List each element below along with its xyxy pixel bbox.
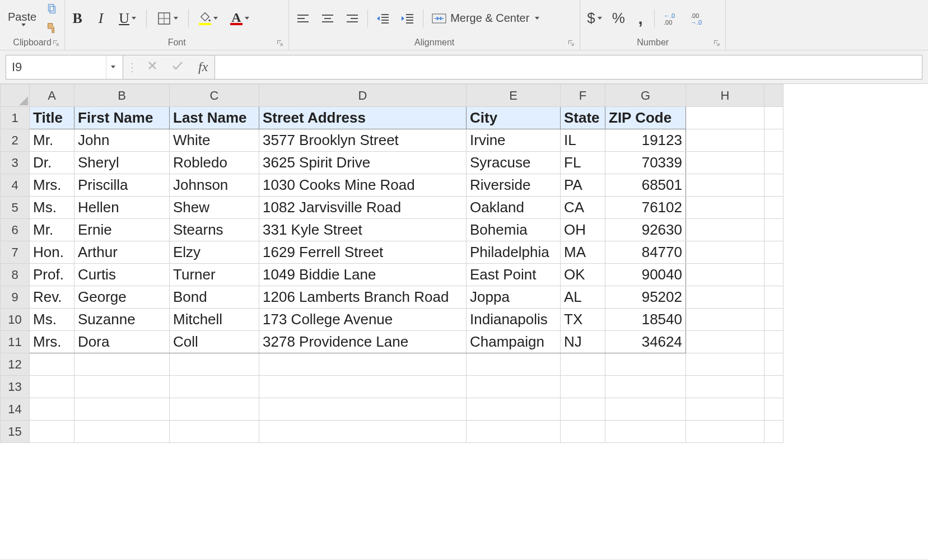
font-color-button[interactable]: A — [228, 10, 251, 27]
row-header-9[interactable]: 9 — [1, 286, 30, 309]
cell-street-address[interactable]: 1030 Cooks Mine Road — [259, 174, 467, 197]
cell-zip-code[interactable]: 68501 — [605, 174, 686, 197]
name-box[interactable]: I9 — [6, 55, 123, 80]
cell-overflow[interactable] — [764, 309, 784, 331]
column-header-C[interactable]: C — [170, 85, 259, 107]
cell-first-name[interactable]: George — [74, 286, 170, 309]
cell-empty[interactable] — [561, 353, 605, 376]
cell-empty[interactable] — [764, 376, 784, 398]
cell-last-name[interactable]: Robledo — [170, 152, 259, 174]
cell-empty[interactable] — [605, 421, 686, 443]
row-header-4[interactable]: 4 — [1, 174, 30, 197]
cell-zip-code[interactable]: 34624 — [605, 331, 686, 353]
number-dialog-launcher[interactable] — [713, 39, 721, 47]
cell-H1[interactable] — [686, 107, 764, 129]
cell-street-address[interactable]: 1049 Biddie Lane — [259, 264, 467, 286]
row-header-10[interactable]: 10 — [1, 309, 30, 331]
cell-empty[interactable] — [30, 353, 74, 376]
column-header-overflow[interactable] — [764, 85, 784, 107]
row-header-3[interactable]: 3 — [1, 152, 30, 174]
cell-street-address[interactable]: 331 Kyle Street — [259, 219, 467, 241]
header-cell-city[interactable]: City — [467, 107, 561, 129]
merge-center-button[interactable]: Merge & Center — [429, 10, 544, 27]
cell-empty[interactable] — [170, 376, 259, 398]
cell-title[interactable]: Mr. — [30, 219, 74, 241]
increase-decimal-button[interactable]: ←.0 .00 — [660, 9, 682, 28]
cell-zip-code[interactable]: 70339 — [605, 152, 686, 174]
cell-empty[interactable] — [74, 353, 170, 376]
cell-street-address[interactable]: 3577 Brooklyn Street — [259, 129, 467, 152]
font-dialog-launcher[interactable] — [276, 39, 284, 47]
cell-state[interactable]: TX — [561, 309, 605, 331]
fill-color-button[interactable] — [197, 10, 220, 27]
cell-first-name[interactable]: Arthur — [74, 241, 170, 264]
worksheet-grid[interactable]: A B C D E F G H 1TitleFirst NameLast Nam… — [0, 84, 784, 443]
bold-button[interactable]: B — [69, 8, 85, 29]
cell-empty[interactable] — [686, 398, 764, 421]
cell-first-name[interactable]: Sheryl — [74, 152, 170, 174]
cell-overflow[interactable] — [764, 174, 784, 197]
cell-empty[interactable] — [686, 421, 764, 443]
cell-overflow[interactable] — [764, 197, 784, 219]
clipboard-dialog-launcher[interactable] — [52, 39, 60, 47]
cell-empty[interactable] — [30, 376, 74, 398]
column-header-E[interactable]: E — [467, 85, 561, 107]
header-cell-street-address[interactable]: Street Address — [259, 107, 467, 129]
cell-last-name[interactable]: Mitchell — [170, 309, 259, 331]
cell-city[interactable]: Joppa — [467, 286, 561, 309]
cell-first-name[interactable]: Priscilla — [74, 174, 170, 197]
cell-last-name[interactable]: Elzy — [170, 241, 259, 264]
column-header-D[interactable]: D — [259, 85, 467, 107]
cell-empty[interactable] — [605, 398, 686, 421]
cell-empty[interactable] — [561, 398, 605, 421]
cell-empty[interactable] — [467, 421, 561, 443]
cell-state[interactable]: OH — [561, 219, 605, 241]
cell-empty[interactable] — [467, 376, 561, 398]
cell-title[interactable]: Prof. — [30, 264, 74, 286]
cell-street-address[interactable]: 173 College Avenue — [259, 309, 467, 331]
cell-overflow[interactable] — [764, 152, 784, 174]
row-header-6[interactable]: 6 — [1, 219, 30, 241]
cell-city[interactable]: Oakland — [467, 197, 561, 219]
header-cell-first-name[interactable]: First Name — [74, 107, 170, 129]
cell-street-address[interactable]: 3278 Providence Lane — [259, 331, 467, 353]
row-header-2[interactable]: 2 — [1, 129, 30, 152]
header-cell-zip-code[interactable]: ZIP Code — [605, 107, 686, 129]
column-header-H[interactable]: H — [686, 85, 764, 107]
cell-title[interactable]: Hon. — [30, 241, 74, 264]
cell-state[interactable]: CA — [561, 197, 605, 219]
cell-empty[interactable] — [259, 376, 467, 398]
cell-empty[interactable] — [170, 398, 259, 421]
select-all-corner[interactable] — [1, 85, 30, 107]
cell-title[interactable]: Ms. — [30, 197, 74, 219]
cell-H11[interactable] — [686, 331, 764, 353]
row-header-1[interactable]: 1 — [1, 107, 30, 129]
cell-first-name[interactable]: Suzanne — [74, 309, 170, 331]
fx-label[interactable]: fx — [193, 59, 211, 74]
decrease-indent-button[interactable] — [374, 10, 393, 27]
cell-state[interactable]: NJ — [561, 331, 605, 353]
cell-first-name[interactable]: John — [74, 129, 170, 152]
cell-zip-code[interactable]: 18540 — [605, 309, 686, 331]
cell-first-name[interactable]: Dora — [74, 331, 170, 353]
cell-city[interactable]: Riverside — [467, 174, 561, 197]
cell-empty[interactable] — [74, 398, 170, 421]
cell-empty[interactable] — [764, 353, 784, 376]
cell-city[interactable]: East Point — [467, 264, 561, 286]
cell-empty[interactable] — [74, 376, 170, 398]
align-center-button[interactable] — [318, 10, 337, 27]
cell-street-address[interactable]: 3625 Spirit Drive — [259, 152, 467, 174]
row-header-14[interactable]: 14 — [1, 398, 30, 421]
cell-state[interactable]: MA — [561, 241, 605, 264]
cell-title[interactable]: Mrs. — [30, 331, 74, 353]
cell-H7[interactable] — [686, 241, 764, 264]
formula-input[interactable] — [215, 55, 922, 80]
column-header-F[interactable]: F — [561, 85, 605, 107]
cell-street-address[interactable]: 1629 Ferrell Street — [259, 241, 467, 264]
row-header-8[interactable]: 8 — [1, 264, 30, 286]
align-right-button[interactable] — [343, 10, 362, 27]
cell-last-name[interactable]: White — [170, 129, 259, 152]
alignment-dialog-launcher[interactable] — [567, 39, 575, 47]
column-header-G[interactable]: G — [605, 85, 686, 107]
cell-H2[interactable] — [686, 129, 764, 152]
